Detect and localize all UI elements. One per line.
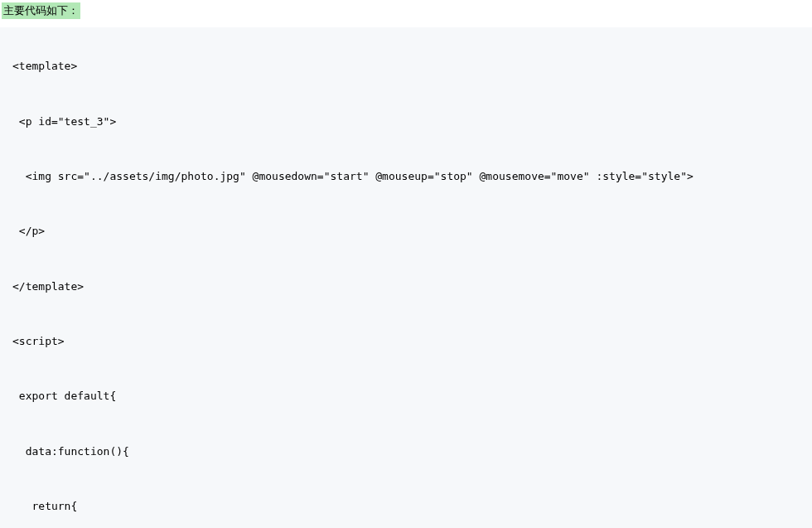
- code-block: <template> <p id="test_3"> <img src="../…: [0, 27, 812, 528]
- code-line: <img src="../assets/img/photo.jpg" @mous…: [12, 169, 800, 184]
- code-line: <script>: [12, 334, 800, 349]
- code-line: <p id="test_3">: [12, 114, 800, 129]
- code-line: export default{: [12, 389, 800, 404]
- code-line: data:function(){: [12, 444, 800, 459]
- code-line: <template>: [12, 59, 800, 74]
- code-line: </p>: [12, 224, 800, 239]
- section-heading: 主要代码如下：: [2, 2, 80, 19]
- code-line: </template>: [12, 279, 800, 294]
- code-line: return{: [12, 499, 800, 514]
